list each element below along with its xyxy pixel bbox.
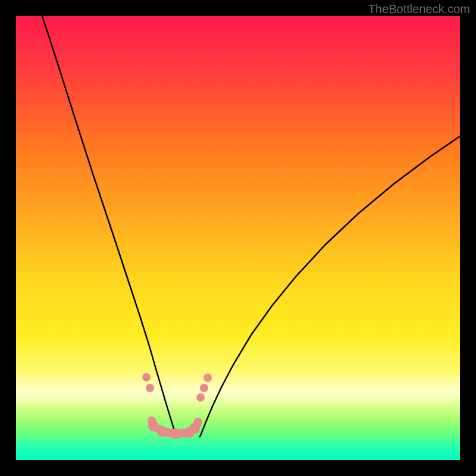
watermark-text: TheBottleneck.com: [368, 2, 470, 16]
outer-frame: TheBottleneck.com: [0, 0, 476, 476]
marker-dot: [170, 428, 181, 439]
plot-area: [16, 16, 460, 460]
marker-dot: [203, 374, 212, 382]
marker-dot: [148, 421, 159, 431]
marker-dot: [189, 423, 200, 434]
marker-dot: [200, 384, 208, 392]
marker-dot: [196, 393, 205, 402]
marker-dot: [146, 384, 154, 392]
chart-svg: [16, 16, 460, 460]
marker-dot: [157, 426, 168, 437]
gradient-background: [16, 16, 460, 460]
marker-dot: [142, 373, 151, 381]
